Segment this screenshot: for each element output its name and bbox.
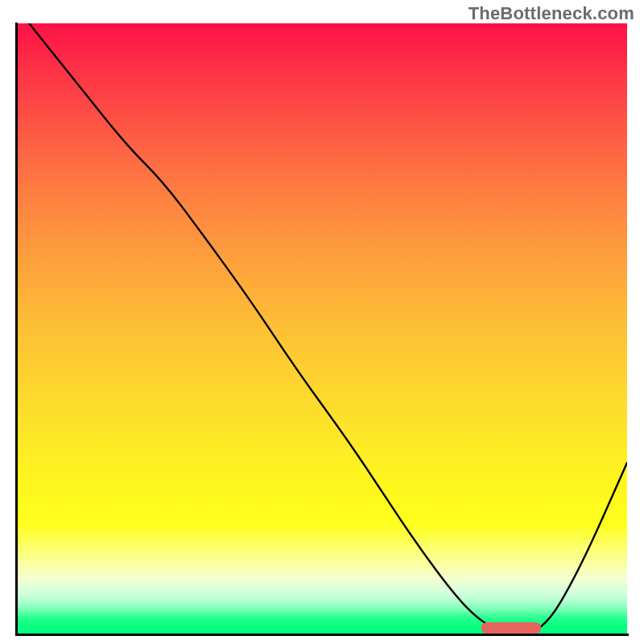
y-axis-line <box>15 23 18 636</box>
curve-layer <box>17 23 627 634</box>
bottleneck-curve-path <box>29 23 627 634</box>
bottleneck-chart: TheBottleneck.com <box>0 0 644 644</box>
x-axis-line <box>17 634 629 636</box>
plot-area <box>17 23 627 634</box>
watermark-text: TheBottleneck.com <box>469 3 634 24</box>
